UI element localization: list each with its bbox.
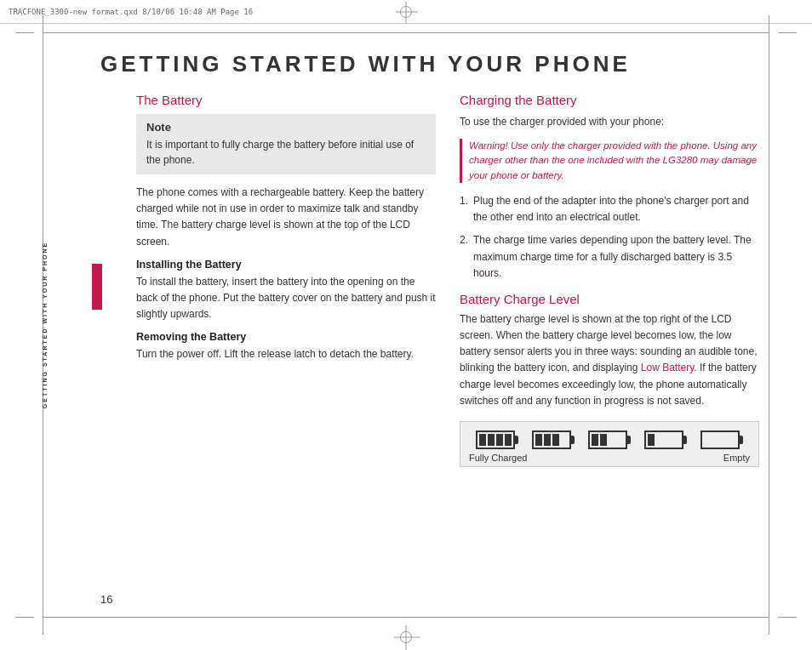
file-info-text: TRACFONE_3300-new format.qxd 8/10/06 10:… bbox=[9, 8, 253, 16]
note-text: It is important to fully charge the batt… bbox=[146, 137, 426, 168]
removing-text: Turn the power off. Lift the release lat… bbox=[136, 346, 436, 362]
warning-block: Warning! Use only the charger provided w… bbox=[460, 139, 759, 183]
step-2: 2. The charge time varies depending upon… bbox=[460, 232, 759, 282]
battery-level-text: The battery charge level is shown at the… bbox=[460, 311, 759, 409]
battery-icon-full bbox=[476, 430, 518, 449]
battery-body-2 bbox=[588, 430, 627, 449]
battery-label-row: Fully Charged Empty bbox=[469, 453, 750, 463]
main-content: GETTING STARTED WITH YOUR PHONE The Batt… bbox=[100, 43, 759, 607]
charging-steps: 1. Plug the end of the adapter into the … bbox=[460, 193, 759, 282]
step-2-num: 2. bbox=[460, 232, 468, 248]
battery-label-full: Fully Charged bbox=[469, 453, 527, 463]
top-crosshair bbox=[397, 0, 415, 24]
removing-heading: Removing the Battery bbox=[136, 331, 436, 343]
crop-mark bbox=[769, 15, 769, 34]
crop-mark bbox=[778, 617, 797, 618]
side-label: GETTING STARTED WITH YOUR PHONE bbox=[42, 242, 48, 408]
battery-body-text: The phone comes with a rechargeable batt… bbox=[136, 185, 436, 250]
crop-mark bbox=[43, 616, 43, 635]
file-info-bar: TRACFONE_3300-new format.qxd 8/10/06 10:… bbox=[0, 0, 812, 24]
battery-icon-empty bbox=[700, 430, 743, 449]
note-title: Note bbox=[146, 121, 426, 134]
battery-label-empty: Empty bbox=[723, 453, 750, 463]
step-2-text: The charge time varies depending upon th… bbox=[473, 234, 752, 278]
crop-mark bbox=[15, 617, 34, 618]
battery-body-full bbox=[476, 430, 515, 449]
warning-text: Warning! Use only the charger provided w… bbox=[469, 140, 757, 180]
page-border-right bbox=[769, 32, 769, 618]
crop-mark bbox=[15, 32, 34, 33]
note-box: Note It is important to fully charge the… bbox=[136, 114, 436, 174]
columns: The Battery Note It is important to full… bbox=[100, 93, 759, 607]
charging-intro: To use the charger provided with your ph… bbox=[460, 114, 759, 130]
battery-icon-1 bbox=[644, 430, 687, 449]
step-1-text: Plug the end of the adapter into the pho… bbox=[473, 195, 749, 223]
battery-indicators: Fully Charged Empty bbox=[460, 421, 759, 467]
page-number: 16 bbox=[100, 593, 112, 606]
left-column: The Battery Note It is important to full… bbox=[100, 93, 436, 607]
step-1-num: 1. bbox=[460, 193, 468, 209]
battery-icons-row bbox=[469, 430, 750, 449]
installing-text: To install the battery, insert the batte… bbox=[136, 274, 436, 323]
battery-body-empty bbox=[700, 430, 740, 449]
battery-icon-3 bbox=[532, 430, 575, 449]
charging-heading: Charging the Battery bbox=[460, 93, 759, 107]
page-border-bottom bbox=[43, 617, 769, 618]
installing-heading: Installing the Battery bbox=[136, 259, 436, 271]
crop-mark bbox=[43, 15, 43, 34]
step-1: 1. Plug the end of the adapter into the … bbox=[460, 193, 759, 225]
page-title: GETTING STARTED WITH YOUR PHONE bbox=[100, 51, 759, 77]
crop-mark bbox=[769, 616, 769, 635]
low-battery-link: Low Battery bbox=[641, 362, 694, 373]
crop-mark bbox=[778, 32, 797, 33]
battery-body-1 bbox=[644, 430, 683, 449]
battery-body-3 bbox=[532, 430, 571, 449]
bottom-crosshair bbox=[400, 631, 412, 643]
the-battery-heading: The Battery bbox=[136, 93, 436, 107]
battery-level-heading: Battery Charge Level bbox=[460, 292, 759, 306]
battery-icon-2 bbox=[588, 430, 631, 449]
page-border-top bbox=[43, 32, 769, 33]
right-column: Charging the Battery To use the charger … bbox=[460, 93, 759, 607]
